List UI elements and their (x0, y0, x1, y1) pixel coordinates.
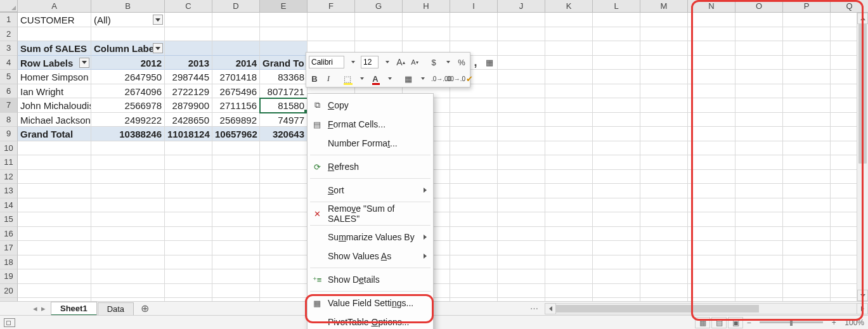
row-12[interactable]: 12 (0, 170, 18, 184)
view-normal-icon[interactable]: ▦ (695, 317, 710, 328)
currency-format-button[interactable]: $ (428, 56, 439, 68)
row-8[interactable]: 8 (0, 113, 18, 127)
row-11[interactable]: 11 (0, 155, 18, 170)
font-color-dropdown-icon[interactable] (384, 72, 395, 85)
cell-D4[interactable]: 2014 (212, 56, 260, 70)
col-D[interactable]: D (212, 0, 260, 12)
filter-dropdown-icon[interactable] (153, 15, 163, 25)
row-16[interactable]: 16 (0, 227, 18, 242)
ctx-copy[interactable]: ⧉ Copy (308, 96, 433, 115)
cell-B5[interactable]: 2647950 (91, 70, 165, 84)
ctx-show-values-as[interactable]: Show Values As (308, 247, 433, 266)
vertical-scrollbar[interactable] (857, 13, 868, 301)
cell-C4[interactable]: 2013 (165, 56, 212, 70)
cell-E7-selected[interactable]: 81580 (260, 98, 308, 113)
comma-format-button[interactable]: , (470, 56, 481, 68)
cell-E8[interactable]: 74977 (260, 113, 308, 127)
cell-C1[interactable] (165, 13, 212, 27)
col-K[interactable]: K (545, 0, 593, 12)
decrease-font-icon[interactable]: A▾ (409, 56, 420, 68)
row-5[interactable]: 5 (0, 70, 18, 84)
cell-E9[interactable]: 320643 (260, 127, 308, 141)
hscroll-thumb[interactable] (556, 305, 759, 313)
cell-A4[interactable]: Row Labels (18, 56, 91, 70)
tab-data[interactable]: Data (98, 302, 134, 315)
row-1[interactable]: 1 (0, 13, 18, 27)
horizontal-scrollbar[interactable] (545, 303, 868, 314)
ctx-refresh[interactable]: ⟳ Refresh (308, 157, 433, 176)
row-labels-dropdown-icon[interactable] (79, 58, 89, 68)
col-J[interactable]: J (498, 0, 545, 12)
tab-sheet1[interactable]: Sheet1 (51, 302, 97, 316)
ctx-remove-field[interactable]: ✕ Remove "Sum of SALES" (308, 204, 433, 223)
scroll-right-icon[interactable] (857, 303, 868, 314)
cell-A9[interactable]: Grand Total (18, 127, 91, 141)
col-E[interactable]: E (260, 0, 308, 12)
row-14[interactable]: 14 (0, 198, 18, 213)
cell-A1[interactable]: CUSTOMER (18, 13, 91, 27)
col-L[interactable]: L (593, 0, 640, 12)
tab-nav[interactable]: ◂ ▸ (0, 304, 51, 313)
row-18[interactable]: 18 (0, 255, 18, 270)
font-color-button[interactable]: A (370, 72, 381, 85)
view-page-layout-icon[interactable]: ▤ (711, 317, 727, 328)
font-size-input[interactable] (361, 56, 379, 68)
percent-format-button[interactable]: % (456, 56, 467, 68)
tab-first-icon[interactable]: ◂ (33, 304, 37, 313)
cell-E1[interactable] (260, 13, 308, 27)
borders-dropdown-icon[interactable] (417, 72, 428, 85)
increase-font-icon[interactable]: A▴ (395, 56, 406, 68)
cell-C5[interactable]: 2987445 (165, 70, 212, 84)
font-name-dropdown-icon[interactable] (347, 56, 358, 68)
cell-B3[interactable]: Column Labels (91, 41, 165, 56)
col-P[interactable]: P (783, 0, 831, 12)
col-B[interactable]: B (91, 0, 165, 12)
select-all-triangle[interactable] (0, 0, 18, 12)
cell-E5[interactable]: 83368 (260, 70, 308, 84)
cell-A6[interactable]: Ian Wright (18, 84, 91, 99)
cell-E4[interactable]: Grand To (260, 56, 308, 70)
col-H[interactable]: H (403, 0, 450, 12)
view-page-break-icon[interactable]: ▣ (728, 317, 743, 328)
col-Q[interactable]: Q (831, 0, 868, 12)
currency-dropdown-icon[interactable] (442, 56, 453, 68)
col-G[interactable]: G (355, 0, 403, 12)
tab-add-button[interactable]: ⊕ (134, 302, 155, 314)
row-10[interactable]: 10 (0, 141, 18, 156)
row-9[interactable]: 9 (0, 127, 18, 141)
cell-A8[interactable]: Michael Jackson (18, 113, 91, 127)
ctx-format-cells[interactable]: ▤ Format Cells... (308, 115, 433, 134)
bold-button[interactable]: B (309, 72, 320, 85)
fill-color-dropdown-icon[interactable] (356, 72, 367, 85)
row-13[interactable]: 13 (0, 184, 18, 198)
row-4[interactable]: 4 (0, 56, 18, 70)
zoom-level[interactable]: 100% (845, 318, 864, 327)
scroll-down-icon[interactable] (857, 290, 868, 301)
col-F[interactable]: F (308, 0, 355, 12)
ctx-pivottable-options[interactable]: PivotTable Options... (308, 313, 433, 329)
fill-color-button[interactable]: ⬚ (342, 72, 353, 85)
row-20[interactable]: 20 (0, 284, 18, 299)
decrease-decimal-button[interactable]: .00→.0 (450, 72, 461, 85)
cell-D5[interactable]: 2701418 (212, 70, 260, 84)
cell-B1[interactable]: (All) (91, 13, 165, 27)
zoom-out-button[interactable]: − (744, 318, 753, 327)
font-name-input[interactable] (309, 56, 344, 68)
zoom-in-button[interactable]: + (829, 318, 838, 327)
row-17[interactable]: 17 (0, 241, 18, 255)
row-3[interactable]: 3 (0, 41, 18, 56)
table-format-icon[interactable]: ▦ (484, 56, 495, 68)
col-M[interactable]: M (640, 0, 688, 12)
row-15[interactable]: 15 (0, 212, 18, 227)
scroll-left-icon[interactable] (545, 303, 556, 314)
ctx-number-format[interactable]: Number Format... (308, 134, 433, 153)
macro-record-icon[interactable] (4, 318, 15, 327)
ctx-value-field-settings[interactable]: ▦ Value Field Settings... (308, 294, 433, 313)
row-6[interactable]: 6 (0, 84, 18, 99)
font-size-dropdown-icon[interactable] (381, 56, 392, 68)
row-7[interactable]: 7 (0, 98, 18, 113)
cell-A7[interactable]: John Michaloudis (18, 98, 91, 113)
ctx-summarize-values-by[interactable]: Summarize Values By (308, 228, 433, 247)
ctx-show-details[interactable]: ⁺≡ Show Details (308, 270, 433, 289)
col-N[interactable]: N (688, 0, 735, 12)
